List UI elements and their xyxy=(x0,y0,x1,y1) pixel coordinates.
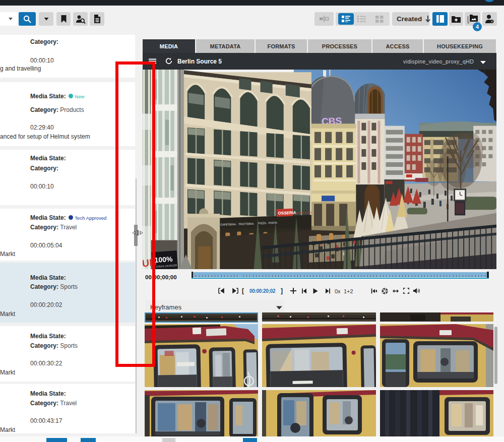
svg-text:PIZZA · PASTA: PIZZA · PASTA xyxy=(258,221,277,225)
svg-text:100%: 100% xyxy=(154,255,173,265)
svg-text:OSSERIA: OSSERIA xyxy=(278,211,297,216)
svg-text:SIEBEN RUMS: SIEBEN RUMS xyxy=(295,211,312,214)
